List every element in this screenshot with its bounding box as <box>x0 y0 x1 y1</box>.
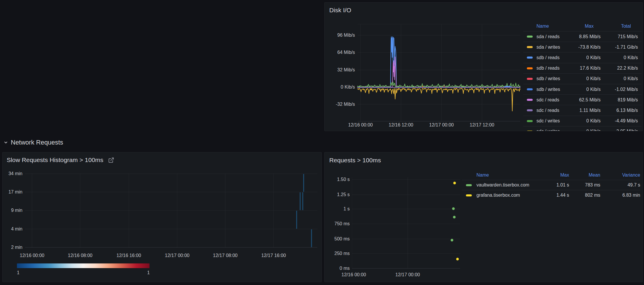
series-total: 819 Mib/s <box>601 97 638 103</box>
heatmap-scale-min: 1 <box>17 270 20 275</box>
row-header-network-requests[interactable]: Network Requests <box>3 139 63 146</box>
series-name[interactable]: sdc / reads <box>536 97 568 103</box>
series-max: 62.5 Mib/s <box>568 97 601 103</box>
axis-tick-label: 0 Kib/s <box>341 85 355 89</box>
heatmap-cell <box>302 192 303 210</box>
legend-row[interactable]: sdc / writes 0 Kib/s -4.49 Mib/s <box>523 116 641 126</box>
chart-series <box>358 57 520 87</box>
disk-io-panel-title[interactable]: Disk I/O <box>329 7 351 14</box>
axis-tick-label: 12/17 00:00 <box>165 253 190 258</box>
axis-tick-label: 12/17 16:00 <box>261 253 286 258</box>
series-total: -1.71 Gib/s <box>601 45 638 50</box>
series-color-swatch <box>466 194 472 196</box>
axis-tick-label: 12/16 00:00 <box>20 253 45 258</box>
series-color-swatch <box>527 131 533 131</box>
series-max: 0 Kib/s <box>568 118 601 124</box>
chevron-down-icon <box>3 140 8 145</box>
heatmap-scale-max: 1 <box>147 270 149 275</box>
axis-tick-label: 34 min <box>8 171 22 176</box>
series-color-swatch <box>527 36 533 38</box>
slow-requests-heatmap[interactable] <box>3 152 322 282</box>
slow-requests-histogram-title-text: Slow Requests Histogram > 100ms <box>7 156 103 163</box>
axis-tick-label: 750 ms <box>335 221 350 226</box>
series-max: 17.6 Kib/s <box>568 66 601 71</box>
legend-header-variance[interactable]: Variance <box>600 173 640 178</box>
series-name[interactable]: sda / reads <box>536 34 568 39</box>
disk-legend-header: Name Max Total <box>523 21 641 31</box>
legend-header-name[interactable]: Name <box>536 24 568 29</box>
series-name[interactable]: sdb / writes <box>536 76 568 81</box>
disk-io-panel: Disk I/O 96 Mib/s64 Mib/s32 Mib/s0 Kib/s… <box>324 2 643 131</box>
legend-row[interactable]: sdc / reads 62.5 Mib/s 819 Mib/s <box>523 94 641 105</box>
legend-row[interactable]: sdc / reads 1.11 Mib/s 6.13 Mib/s <box>523 105 641 115</box>
legend-row[interactable]: grafana.tiserbox.com 1.44 s 802 ms 6.83 … <box>462 190 640 200</box>
axis-tick-label: 12/16 08:00 <box>68 253 93 258</box>
axis-tick-label: 12/17 08:00 <box>213 253 238 258</box>
legend-row[interactable]: vaultwarden.tiserbox.com 1.01 s 783 ms 4… <box>462 180 640 190</box>
series-max: -73.8 Kib/s <box>568 45 601 50</box>
heatmap-cell <box>296 211 297 229</box>
series-max: 8.85 Mib/s <box>568 34 601 39</box>
series-total: 0 Kib/s <box>601 55 638 60</box>
legend-row[interactable]: sda / writes -73.8 Kib/s -1.71 Gib/s <box>523 42 641 52</box>
series-color-swatch <box>527 67 533 69</box>
series-total: -2.05 Mib/s <box>601 129 638 131</box>
series-name[interactable]: sdb / writes <box>536 87 568 92</box>
scatter-point <box>453 182 456 184</box>
scatter-point <box>452 207 455 210</box>
series-name[interactable]: sdc / reads <box>536 108 568 113</box>
legend-header-name[interactable]: Name <box>476 173 542 178</box>
axis-tick-label: 12/17 12:00 <box>470 123 495 127</box>
requests-panel-title[interactable]: Requests > 100ms <box>329 157 381 164</box>
legend-row[interactable]: sdc / writes 0 Kib/s -2.05 Mib/s <box>523 126 641 131</box>
axis-tick-label: 96 Mib/s <box>337 33 355 38</box>
axis-tick-label: 500 ms <box>335 237 350 241</box>
heatmap-cell <box>300 192 301 210</box>
legend-header-mean[interactable]: Mean <box>569 173 600 178</box>
series-name[interactable]: sdc / writes <box>536 129 568 131</box>
row-header-label: Network Requests <box>11 139 63 146</box>
axis-tick-label: 12/16 00:00 <box>342 272 366 277</box>
series-name[interactable]: sdb / reads <box>536 66 568 71</box>
axis-tick-label: 12/17 00:00 <box>429 123 454 127</box>
series-max: 1.01 s <box>542 182 569 188</box>
series-total: 6.13 Mib/s <box>601 108 638 113</box>
slow-requests-histogram-title[interactable]: Slow Requests Histogram > 100ms <box>7 156 114 163</box>
disk-io-legend: Name Max Total sda / reads 8.85 Mib/s 71… <box>523 21 641 131</box>
legend-row[interactable]: sdb / reads 17.6 Kib/s 22.2 Kib/s <box>523 63 641 73</box>
series-total: 22.2 Kib/s <box>601 66 638 71</box>
legend-row[interactable]: sda / reads 8.85 Mib/s 715 Mib/s <box>523 31 641 42</box>
legend-header-max[interactable]: Max <box>568 24 601 29</box>
series-name[interactable]: sda / writes <box>536 45 568 50</box>
series-color-swatch <box>527 99 533 101</box>
legend-row[interactable]: sdb / writes 0 Kib/s 0 Kib/s <box>523 73 641 84</box>
axis-tick-label: 12/17 00:00 <box>395 272 420 277</box>
series-variance: 6.83 min <box>600 193 640 198</box>
heatmap-color-scale <box>17 263 149 268</box>
legend-row[interactable]: sdb / writes 0 Kib/s -1.02 Mib/s <box>523 84 641 94</box>
series-name[interactable]: sdc / writes <box>536 118 568 124</box>
legend-header-total[interactable]: Total <box>601 24 638 29</box>
series-max: 0 Kib/s <box>568 55 601 60</box>
series-color-swatch <box>527 109 533 111</box>
legend-row[interactable]: sdb / reads 0 Kib/s 0 Kib/s <box>523 52 641 63</box>
series-max: 1.44 s <box>542 193 569 198</box>
requests-legend-header: Name Max Mean Variance <box>462 170 640 180</box>
axis-tick-label: 64 Mib/s <box>337 50 355 55</box>
series-max: 1.11 Mib/s <box>568 108 601 113</box>
axis-tick-label: 1.50 s <box>337 177 350 182</box>
requests-legend: Name Max Mean Variance vaultwarden.tiser… <box>462 170 640 200</box>
series-name[interactable]: vaultwarden.tiserbox.com <box>476 182 542 188</box>
external-link-icon[interactable] <box>108 157 114 163</box>
series-name[interactable]: grafana.tiserbox.com <box>476 193 542 198</box>
series-total: -4.49 Mib/s <box>601 118 638 124</box>
series-color-swatch <box>527 46 533 48</box>
series-variance: 49.7 s <box>600 182 640 188</box>
slow-requests-histogram-panel: Slow Requests Histogram > 100ms 34 min17… <box>2 152 322 282</box>
scatter-point <box>451 239 453 242</box>
legend-header-max[interactable]: Max <box>542 173 569 178</box>
series-mean: 783 ms <box>569 182 600 188</box>
scatter-point <box>453 216 456 219</box>
series-name[interactable]: sdb / reads <box>536 55 568 60</box>
axis-tick-label: 1 s <box>344 207 350 211</box>
